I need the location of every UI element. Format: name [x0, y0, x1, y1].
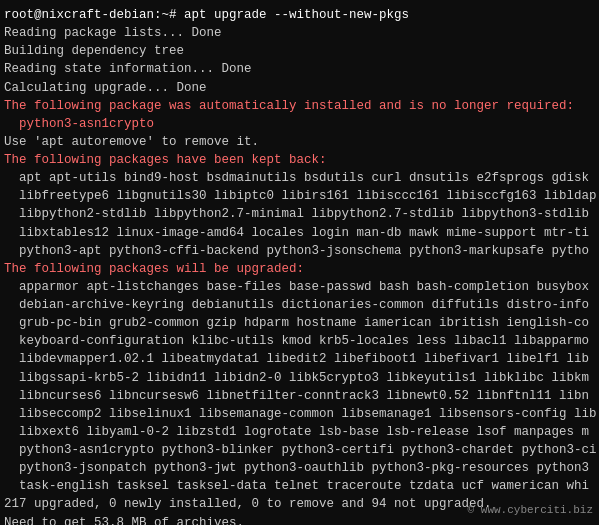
terminal-line: task-english tasksel tasksel-data telnet… [4, 477, 595, 495]
terminal-line: Calculating upgrade... Done [4, 79, 595, 97]
terminal-line: Building dependency tree [4, 42, 595, 60]
terminal-line: keyboard-configuration klibc-utils kmod … [4, 332, 595, 350]
terminal-line: libxext6 libyaml-0-2 libzstd1 logrotate … [4, 423, 595, 441]
terminal-line: Reading state information... Done [4, 60, 595, 78]
terminal-line: apt apt-utils bind9-host bsdmainutils bs… [4, 169, 595, 187]
terminal-line: libdevmapper1.02.1 libeatmydata1 libedit… [4, 350, 595, 368]
terminal-line: libgssapi-krb5-2 libidn11 libidn2-0 libk… [4, 369, 595, 387]
terminal-line: python3-apt python3-cffi-backend python3… [4, 242, 595, 260]
terminal-line: Reading package lists... Done [4, 24, 595, 42]
watermark: © www.cyberciti.biz [468, 503, 593, 519]
terminal-line: libpython2-stdlib libpython2.7-minimal l… [4, 205, 595, 223]
terminal-line: grub-pc-bin grub2-common gzip hdparm hos… [4, 314, 595, 332]
terminal-window: root@nixcraft-debian:~# apt upgrade --wi… [0, 0, 599, 525]
terminal-line: libseccomp2 libselinux1 libsemanage-comm… [4, 405, 595, 423]
terminal-line: python3-asn1crypto python3-blinker pytho… [4, 441, 595, 459]
terminal-line: The following packages have been kept ba… [4, 151, 595, 169]
terminal-line: debian-archive-keyring debianutils dicti… [4, 296, 595, 314]
terminal-line: root@nixcraft-debian:~# apt upgrade --wi… [4, 6, 595, 24]
terminal-line: libncurses6 libncursesw6 libnetfilter-co… [4, 387, 595, 405]
terminal-line: The following packages will be upgraded: [4, 260, 595, 278]
terminal-line: libfreetype6 libgnutils30 libiptc0 libir… [4, 187, 595, 205]
terminal-line: apparmor apt-listchanges base-files base… [4, 278, 595, 296]
terminal-line: libxtables12 linux-image-amd64 locales l… [4, 224, 595, 242]
terminal-content: root@nixcraft-debian:~# apt upgrade --wi… [4, 6, 595, 525]
terminal-line: The following package was automatically … [4, 97, 595, 115]
terminal-line: python3-asn1crypto [4, 115, 595, 133]
terminal-line: python3-jsonpatch python3-jwt python3-oa… [4, 459, 595, 477]
terminal-line: Use 'apt autoremove' to remove it. [4, 133, 595, 151]
